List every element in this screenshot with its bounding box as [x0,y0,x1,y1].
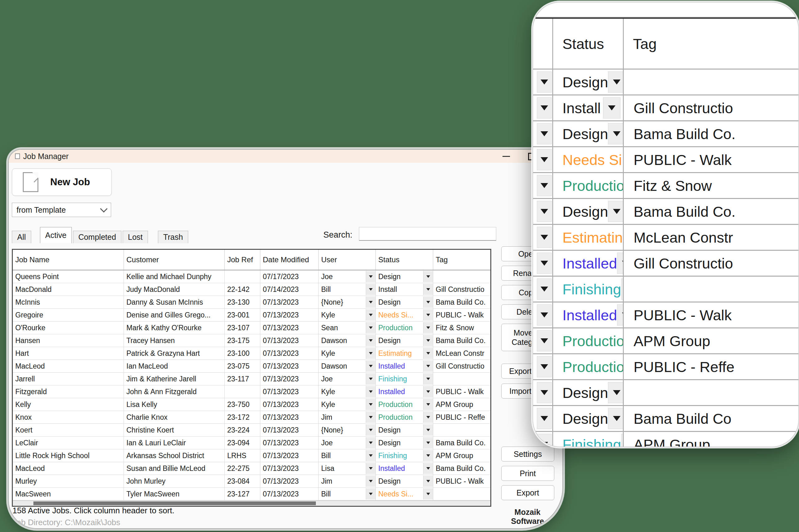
user-dropdown-button[interactable] [366,322,376,334]
settings-button[interactable]: Settings [501,446,554,461]
user-dropdown-button[interactable] [366,399,376,410]
status-dropdown-button[interactable] [423,309,433,321]
from-template-dropdown[interactable]: from Template [12,203,111,217]
tab-completed[interactable]: Completed [73,231,122,243]
status-dropdown-button[interactable] [423,373,433,384]
user-dropdown-button[interactable] [366,271,376,282]
scrollbar-thumb[interactable] [33,501,316,505]
table-row[interactable]: MacSween Tyler MacSween 23-127 07/13/202… [13,488,490,500]
table-row[interactable]: O'Rourke Mark & Kathy O'Rourke 23-107 07… [13,322,490,334]
status-dropdown-button[interactable] [423,488,433,499]
status-dropdown-button [621,279,623,300]
user-value: Bill [321,490,331,498]
column-header-job-ref[interactable]: Job Ref [225,250,260,270]
new-job-button[interactable]: New Job [12,168,112,196]
tab-all[interactable]: All [12,231,31,243]
export-button[interactable]: Export [501,485,554,500]
status-cell: Production [376,411,433,423]
user-dropdown-button[interactable] [366,476,376,487]
user-dropdown-button[interactable] [366,488,376,499]
zoom-user-dropdown-sliver [533,225,553,250]
status-value: Design [378,298,401,306]
status-dropdown-button[interactable] [423,399,433,410]
user-dropdown-button[interactable] [366,450,376,461]
status-dropdown-button[interactable] [423,450,433,461]
table-row[interactable]: Jarrell Jim & Katherine Jarell 23-117 07… [13,373,490,385]
status-dropdown-button[interactable] [423,335,433,346]
horizontal-scrollbar[interactable] [13,500,490,506]
table-row[interactable]: Gregoire Denise and Gilles Grego... 23-0… [13,309,490,322]
table-row[interactable]: MacDonald Judy MacDonald 22-142 07/14/20… [13,283,490,296]
table-row[interactable]: MacLeod Ian MacLeod 23-075 07/13/2023 Da… [13,360,490,373]
table-row[interactable]: McInnis Danny & Susan McInnis 23-130 07/… [13,296,490,309]
user-dropdown-button[interactable] [366,463,376,474]
user-dropdown-button[interactable] [366,335,376,346]
tab-active[interactable]: Active [40,227,72,243]
status-dropdown-button[interactable] [423,424,433,436]
user-dropdown-button[interactable] [366,309,376,321]
table-row[interactable]: Queens Point Kellie and Michael Dunphy 0… [13,270,490,283]
table-row[interactable]: LeClair Ian & Lauri LeClair 23-094 07/13… [13,437,490,449]
dropdown-arrow-icon [541,106,548,110]
dropdown-arrow-icon [369,301,373,303]
user-dropdown-button[interactable] [366,348,376,359]
status-dropdown-button[interactable] [423,437,433,449]
table-row[interactable]: Hart Patrick & Grazyna Hart 23-100 07/13… [13,347,490,360]
column-header-status[interactable]: Status [376,250,433,270]
print-button[interactable]: Print [501,466,554,481]
zoom-status-value: Production [562,332,623,349]
jobs-table-header: Job Name Customer Job Ref Date Modified … [13,250,490,270]
column-header-job-name[interactable]: Job Name [13,250,124,270]
user-dropdown-button[interactable] [366,360,376,372]
dropdown-arrow-icon [426,467,430,470]
column-header-tag[interactable]: Tag [433,250,490,270]
user-dropdown-button[interactable] [366,297,376,308]
dropdown-button-fragment [537,97,552,118]
status-dropdown-button[interactable] [423,284,433,295]
status-dropdown-button [621,434,623,447]
column-header-customer[interactable]: Customer [124,250,225,270]
column-header-user[interactable]: User [319,250,376,270]
tag-cell: PUBLIC - Walk [433,309,490,321]
status-dropdown-button[interactable] [423,348,433,359]
status-dropdown-button[interactable] [423,476,433,487]
zoom-status-value: Production [562,358,623,376]
status-dropdown-button[interactable] [423,322,433,334]
status-dropdown-button[interactable] [423,412,433,423]
dropdown-arrow-icon [426,493,430,495]
table-row[interactable]: MacLeod Susan and Billie McLeod 22-275 0… [13,462,490,475]
user-value: Sean [321,324,338,332]
table-row[interactable]: Murley John Murley 23-084 07/13/2023 Jim… [13,475,490,488]
status-dropdown-button[interactable] [423,463,433,474]
table-row[interactable]: Koert Christine Koert 23-224 07/13/2023 … [13,424,490,437]
dropdown-arrow-icon [426,429,430,431]
minimize-icon[interactable] [503,156,510,157]
table-row[interactable]: Hansen Tracey Hansen 23-175 07/13/2023 D… [13,334,490,347]
dropdown-arrow-icon [369,493,373,495]
zoom-status-value: Design [562,125,608,142]
status-dropdown-button[interactable] [423,297,433,308]
dropdown-arrow-icon [369,288,373,291]
zoom-table-row: Needs Si... PUBLIC - Walk [533,146,798,172]
user-dropdown-button[interactable] [366,284,376,295]
column-header-date-modified[interactable]: Date Modified [260,250,319,270]
search-input[interactable] [359,227,496,241]
status-dropdown-button[interactable] [423,360,433,372]
user-dropdown-button[interactable] [366,373,376,384]
job-name-cell: MacLeod [13,360,124,372]
table-row[interactable]: Little Rock High School Arkansas School … [13,449,490,462]
table-row[interactable]: Fitzgerald John & Ann Fitzgerald 07/13/2… [13,385,490,398]
table-row[interactable]: Kelly Lisa Kelly 23-750 07/13/2023 Kyle … [13,398,490,411]
tab-trash[interactable]: Trash [158,231,188,243]
user-dropdown-button[interactable] [366,412,376,423]
status-dropdown-button[interactable] [423,386,433,397]
tab-lost[interactable]: Lost [123,231,148,243]
user-dropdown-button[interactable] [366,437,376,449]
dropdown-arrow-icon [369,403,373,406]
user-dropdown-button[interactable] [366,386,376,397]
user-dropdown-button[interactable] [366,424,376,436]
user-cell: Bill [319,488,376,500]
status-dropdown-button[interactable] [423,271,433,282]
table-row[interactable]: Knox Charlie Knox 23-172 07/13/2023 Jim … [13,411,490,424]
status-cell: Design [376,475,433,488]
